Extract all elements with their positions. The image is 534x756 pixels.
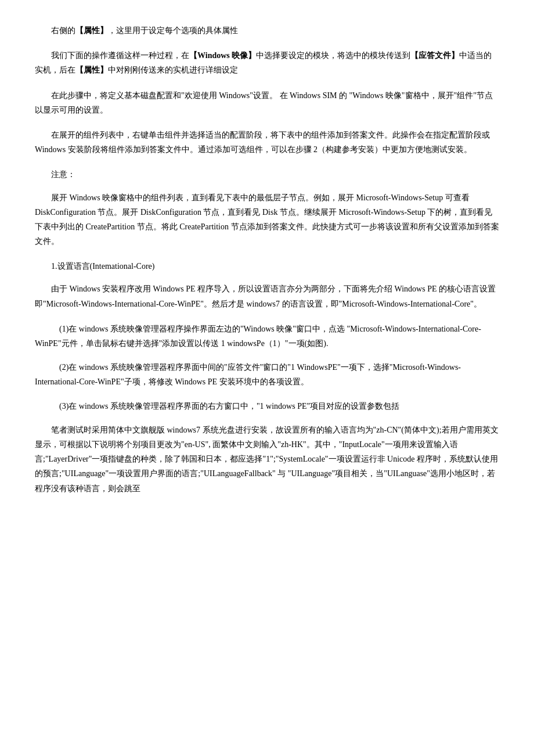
bold-text-3: 【应答文件】 bbox=[410, 51, 459, 60]
section-title-1: 1.设置语言(Intemational-Core) bbox=[35, 259, 499, 273]
paragraph-1: 右侧的【属性】，这里用于设定每个选项的具体属性 bbox=[35, 23, 499, 38]
paragraph-8: (2)在 windows 系统映像管理器程序界面中间的"应答文件"窗口的"1 W… bbox=[35, 360, 499, 389]
paragraph-2: 我们下面的操作遵循这样一种过程，在【Windows 映像】中选择要设定的模块，将… bbox=[35, 48, 499, 77]
paragraph-5: 展开 Windows 映像窗格中的组件列表，直到看见下表中的最低层子节点。例如，… bbox=[35, 190, 499, 249]
paragraph-4: 在展开的组件列表中，右键单击组件并选择适当的配置阶段，将下表中的组件添加到答案文… bbox=[35, 128, 499, 157]
bold-text-4: 【属性】 bbox=[75, 66, 108, 74]
bold-text-1: 【属性】 bbox=[75, 26, 108, 35]
paragraph-3: 在此步骤中，将定义基本磁盘配置和"欢迎使用 Windows"设置。 在 Wind… bbox=[35, 88, 499, 117]
paragraph-7: (1)在 windows 系统映像管理器程序操作界面左边的"Windows 映像… bbox=[35, 322, 499, 351]
paragraph-note: 注意： bbox=[35, 167, 499, 182]
paragraph-9: (3)在 windows 系统映像管理器程序界面的右方窗口中，"1 window… bbox=[35, 399, 499, 413]
bold-text-2: 【Windows 映像】 bbox=[189, 51, 256, 60]
document-content: 右侧的【属性】，这里用于设定每个选项的具体属性 我们下面的操作遵循这样一种过程，… bbox=[35, 23, 499, 496]
paragraph-6: 由于 Windows 安装程序改用 Windows PE 程序导入，所以设置语言… bbox=[35, 282, 499, 311]
paragraph-10: 笔者测试时采用简体中文旗舰版 windows7 系统光盘进行安装，故设置所有的输… bbox=[35, 423, 499, 496]
